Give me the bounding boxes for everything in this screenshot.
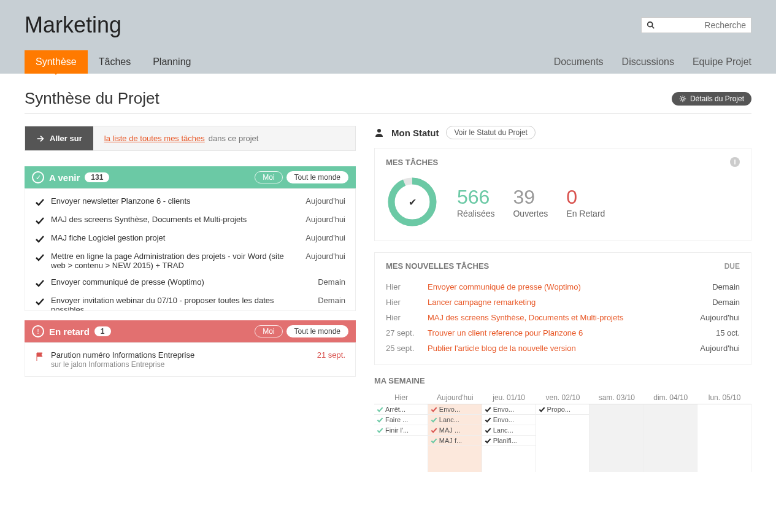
search-box[interactable] xyxy=(641,17,751,33)
new-task-due: Demain xyxy=(691,298,740,307)
week-item-label: Envo... xyxy=(439,406,460,413)
week-item-label: Envo... xyxy=(493,416,514,423)
new-task-link[interactable]: MAJ des screens Synthèse, Documents et M… xyxy=(428,313,686,322)
late-header: ! En retard 1 Moi Tout le monde xyxy=(25,320,356,342)
nav-documents[interactable]: Documents xyxy=(554,56,604,67)
alert-circle-icon: ! xyxy=(32,325,44,337)
task-text: MAJ fiche Logiciel gestion projet xyxy=(51,233,284,242)
new-task-link[interactable]: Envoyer communiqué de presse (Woptimo) xyxy=(428,282,686,291)
week-item[interactable]: MAJ ... xyxy=(428,425,482,436)
info-icon[interactable]: i xyxy=(730,157,740,167)
task-text: Mettre en ligne la page Administration d… xyxy=(51,252,284,270)
new-task-row: 25 sept.Publier l'article blog de la nou… xyxy=(386,341,740,356)
week-item[interactable]: Lanc... xyxy=(428,415,482,425)
check-icon xyxy=(485,438,491,444)
week-item[interactable]: Planifi... xyxy=(482,436,536,446)
new-task-link[interactable]: Publier l'article blog de la nouvelle ve… xyxy=(428,344,686,353)
view-project-status-button[interactable]: Voir le Statut du Projet xyxy=(446,126,535,139)
task-text: Envoyer communiqué de presse (Woptimo) xyxy=(51,277,284,287)
late-title: En retard xyxy=(49,326,90,337)
task-row[interactable]: Mettre en ligne la page Administration d… xyxy=(25,248,355,274)
week-grid: Arrêt...Faire ...Finir l'...Envo...Lanc.… xyxy=(374,404,751,472)
task-row[interactable]: Envoyer invitation webinar du 07/10 - pr… xyxy=(25,292,355,311)
week-column: Envo...Lanc...MAJ ...MAJ f... xyxy=(428,404,482,472)
week-item[interactable]: Faire ... xyxy=(374,415,428,425)
new-task-link[interactable]: Trouver un client reference pour Planzon… xyxy=(428,328,686,337)
task-row[interactable]: MAJ fiche Logiciel gestion projetAujourd… xyxy=(25,229,355,248)
task-due: 21 sept. xyxy=(290,350,345,360)
new-task-due: Aujourd'hui xyxy=(691,313,740,322)
task-due: Aujourd'hui xyxy=(290,196,345,206)
week-item[interactable]: Envo... xyxy=(482,404,536,415)
tab-planning[interactable]: Planning xyxy=(142,50,202,74)
late-filter-all[interactable]: Tout le monde xyxy=(286,325,348,337)
nav-discussions[interactable]: Discussions xyxy=(622,56,674,67)
week-item[interactable]: Envo... xyxy=(482,415,536,425)
late-filter-me[interactable]: Moi xyxy=(255,325,282,337)
user-icon xyxy=(374,128,384,137)
week-item[interactable]: Propo... xyxy=(536,404,590,415)
task-text: Parution numéro Informations Entreprises… xyxy=(51,350,284,369)
week-day-header: dim. 04/10 xyxy=(643,391,697,404)
task-due: Demain xyxy=(290,296,345,305)
week-item[interactable]: MAJ f... xyxy=(428,436,482,446)
svg-point-3 xyxy=(377,129,381,133)
week-column: Envo...Envo...Lanc...Planifi... xyxy=(482,404,536,472)
new-task-row: HierMAJ des screens Synthèse, Documents … xyxy=(386,310,740,325)
upcoming-filter-all[interactable]: Tout le monde xyxy=(286,171,348,183)
project-details-button[interactable]: Détails du Projet xyxy=(672,92,751,106)
task-row[interactable]: Envoyer communiqué de presse (Woptimo)De… xyxy=(25,274,355,292)
week-item[interactable]: Finir l'... xyxy=(374,425,428,436)
svg-point-2 xyxy=(682,97,685,100)
stat-open-lbl: Ouvertes xyxy=(513,209,548,218)
new-task-link[interactable]: Lancer campagne remarketing xyxy=(428,298,686,307)
week-day-header: Aujourd'hui xyxy=(428,391,482,404)
week-column xyxy=(643,404,697,472)
task-row[interactable]: Parution numéro Informations Entreprises… xyxy=(25,347,355,372)
week-day-header: ven. 02/10 xyxy=(536,391,590,404)
due-header: Due xyxy=(724,262,740,271)
check-icon xyxy=(35,253,45,263)
new-task-row: 27 sept.Trouver un client reference pour… xyxy=(386,325,740,341)
stat-done-num: 566 xyxy=(457,186,494,209)
new-task-date: Hier xyxy=(386,313,423,322)
check-icon xyxy=(377,427,383,434)
week-column xyxy=(590,404,643,472)
goto-link[interactable]: la liste de toutes mes tâches xyxy=(104,134,205,143)
goto-suffix: dans ce projet xyxy=(209,134,259,143)
new-task-date: 27 sept. xyxy=(386,328,423,337)
nav-equipe[interactable]: Equipe Projet xyxy=(693,56,751,67)
task-due: Aujourd'hui xyxy=(290,233,345,242)
page-title: Synthèse du Projet xyxy=(25,89,159,108)
upcoming-title: A venir xyxy=(49,172,80,183)
week-column: Arrêt...Faire ...Finir l'... xyxy=(374,404,428,472)
check-icon xyxy=(431,427,437,434)
search-input[interactable] xyxy=(659,20,746,30)
task-row[interactable]: MAJ des screens Synthèse, Documents et M… xyxy=(25,211,355,229)
week-item-label: Faire ... xyxy=(385,416,408,423)
check-icon xyxy=(431,417,437,423)
new-tasks-list[interactable]: HierEnvoyer communiqué de presse (Woptim… xyxy=(386,279,740,356)
week-item[interactable]: Envo... xyxy=(428,404,482,415)
progress-donut: ✔ xyxy=(386,175,439,228)
new-task-row: HierEnvoyer communiqué de presse (Woptim… xyxy=(386,279,740,295)
task-row[interactable]: Envoyer newsletter Planzone 6 - clientsA… xyxy=(25,193,355,211)
upcoming-task-list[interactable]: Envoyer newsletter Planzone 6 - clientsA… xyxy=(25,188,356,311)
week-day-header: Hier xyxy=(374,391,428,404)
new-task-due: 15 oct. xyxy=(691,328,740,337)
new-tasks-title: MES NOUVELLES TÂCHES xyxy=(386,261,489,271)
check-circle-icon: ✓ xyxy=(32,171,44,183)
week-item[interactable]: Arrêt... xyxy=(374,404,428,415)
tab-synthese[interactable]: Synthèse xyxy=(25,50,88,74)
late-task-list: Parution numéro Informations Entreprises… xyxy=(25,342,356,377)
goto-button[interactable]: Aller sur xyxy=(25,126,93,150)
check-icon: ✔ xyxy=(409,196,417,208)
tab-taches[interactable]: Tâches xyxy=(88,50,142,74)
arrow-right-icon xyxy=(36,134,45,143)
new-task-due: Demain xyxy=(691,282,740,291)
search-icon xyxy=(647,21,655,29)
week-item[interactable]: Lanc... xyxy=(482,425,536,436)
upcoming-filter-me[interactable]: Moi xyxy=(255,171,282,183)
task-due: Demain xyxy=(290,277,345,287)
week-column: Propo... xyxy=(536,404,590,472)
